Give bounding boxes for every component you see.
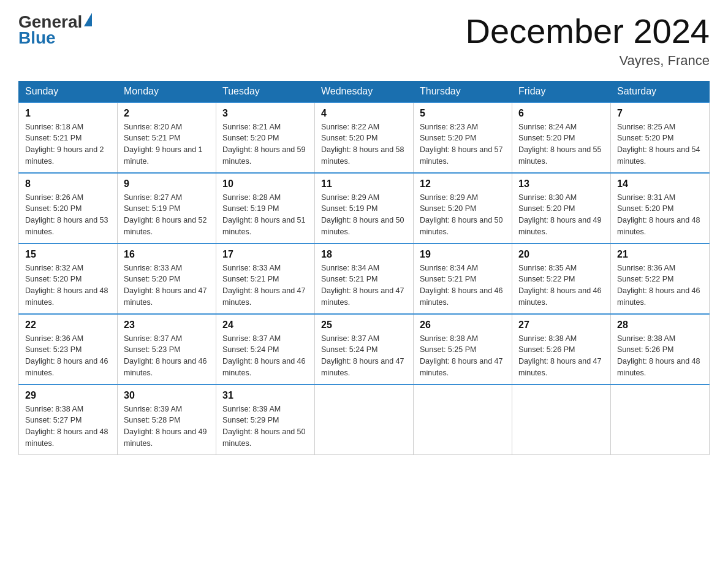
day-number: 28 bbox=[617, 320, 703, 331]
logo-triangle-icon bbox=[84, 13, 92, 26]
calendar-header-saturday: Saturday bbox=[611, 81, 710, 102]
calendar-cell: 2Sunrise: 8:20 AMSunset: 5:21 PMDaylight… bbox=[118, 102, 216, 173]
calendar-cell: 17Sunrise: 8:33 AMSunset: 5:21 PMDayligh… bbox=[216, 243, 315, 314]
calendar-cell: 6Sunrise: 8:24 AMSunset: 5:20 PMDaylight… bbox=[512, 102, 611, 173]
day-info: Sunrise: 8:32 AMSunset: 5:20 PMDaylight:… bbox=[25, 262, 111, 308]
calendar-header-thursday: Thursday bbox=[414, 81, 512, 102]
day-info: Sunrise: 8:38 AMSunset: 5:26 PMDaylight:… bbox=[617, 333, 703, 379]
calendar-cell: 10Sunrise: 8:28 AMSunset: 5:19 PMDayligh… bbox=[216, 173, 315, 243]
day-number: 5 bbox=[420, 108, 506, 119]
day-number: 1 bbox=[25, 108, 111, 119]
day-number: 9 bbox=[124, 178, 210, 190]
day-number: 7 bbox=[617, 108, 703, 119]
calendar-cell: 1Sunrise: 8:18 AMSunset: 5:21 PMDaylight… bbox=[19, 102, 118, 173]
calendar-header-monday: Monday bbox=[118, 81, 216, 102]
calendar-cell: 3Sunrise: 8:21 AMSunset: 5:20 PMDaylight… bbox=[216, 102, 315, 173]
day-info: Sunrise: 8:34 AMSunset: 5:21 PMDaylight:… bbox=[321, 262, 407, 308]
day-number: 13 bbox=[518, 178, 604, 190]
day-info: Sunrise: 8:33 AMSunset: 5:21 PMDaylight:… bbox=[222, 262, 308, 308]
day-info: Sunrise: 8:37 AMSunset: 5:24 PMDaylight:… bbox=[222, 333, 308, 379]
day-info: Sunrise: 8:35 AMSunset: 5:22 PMDaylight:… bbox=[518, 262, 604, 308]
day-number: 11 bbox=[321, 178, 407, 190]
calendar-cell: 26Sunrise: 8:38 AMSunset: 5:25 PMDayligh… bbox=[414, 314, 512, 385]
calendar-cell: 4Sunrise: 8:22 AMSunset: 5:20 PMDaylight… bbox=[315, 102, 414, 173]
calendar-cell: 16Sunrise: 8:33 AMSunset: 5:20 PMDayligh… bbox=[118, 243, 216, 314]
day-info: Sunrise: 8:20 AMSunset: 5:21 PMDaylight:… bbox=[124, 121, 210, 167]
calendar-cell: 15Sunrise: 8:32 AMSunset: 5:20 PMDayligh… bbox=[19, 243, 118, 314]
day-number: 15 bbox=[25, 249, 111, 260]
day-info: Sunrise: 8:31 AMSunset: 5:20 PMDaylight:… bbox=[617, 192, 703, 238]
calendar-cell: 28Sunrise: 8:38 AMSunset: 5:26 PMDayligh… bbox=[611, 314, 710, 385]
calendar-header-friday: Friday bbox=[512, 81, 611, 102]
day-info: Sunrise: 8:33 AMSunset: 5:20 PMDaylight:… bbox=[124, 262, 210, 308]
calendar-week-row: 8Sunrise: 8:26 AMSunset: 5:20 PMDaylight… bbox=[19, 173, 710, 243]
day-number: 3 bbox=[222, 108, 308, 119]
day-info: Sunrise: 8:24 AMSunset: 5:20 PMDaylight:… bbox=[518, 121, 604, 167]
calendar-cell: 22Sunrise: 8:36 AMSunset: 5:23 PMDayligh… bbox=[19, 314, 118, 385]
calendar-cell bbox=[414, 385, 512, 455]
calendar-cell: 7Sunrise: 8:25 AMSunset: 5:20 PMDaylight… bbox=[611, 102, 710, 173]
day-info: Sunrise: 8:38 AMSunset: 5:25 PMDaylight:… bbox=[420, 333, 506, 379]
calendar-cell: 25Sunrise: 8:37 AMSunset: 5:24 PMDayligh… bbox=[315, 314, 414, 385]
calendar-cell: 27Sunrise: 8:38 AMSunset: 5:26 PMDayligh… bbox=[512, 314, 611, 385]
calendar-cell bbox=[315, 385, 414, 455]
day-number: 6 bbox=[518, 108, 604, 119]
month-title: December 2024 bbox=[466, 12, 710, 50]
day-number: 25 bbox=[321, 320, 407, 331]
calendar-cell: 19Sunrise: 8:34 AMSunset: 5:21 PMDayligh… bbox=[414, 243, 512, 314]
day-number: 17 bbox=[222, 249, 308, 260]
day-info: Sunrise: 8:37 AMSunset: 5:24 PMDaylight:… bbox=[321, 333, 407, 379]
day-number: 24 bbox=[222, 320, 308, 331]
calendar-cell: 23Sunrise: 8:37 AMSunset: 5:23 PMDayligh… bbox=[118, 314, 216, 385]
day-info: Sunrise: 8:22 AMSunset: 5:20 PMDaylight:… bbox=[321, 121, 407, 167]
logo-blue-text: Blue bbox=[18, 28, 92, 48]
calendar-cell: 12Sunrise: 8:29 AMSunset: 5:20 PMDayligh… bbox=[414, 173, 512, 243]
day-number: 14 bbox=[617, 178, 703, 190]
day-number: 12 bbox=[420, 178, 506, 190]
calendar-week-row: 22Sunrise: 8:36 AMSunset: 5:23 PMDayligh… bbox=[19, 314, 710, 385]
day-number: 2 bbox=[124, 108, 210, 119]
calendar-cell bbox=[611, 385, 710, 455]
calendar-cell: 21Sunrise: 8:36 AMSunset: 5:22 PMDayligh… bbox=[611, 243, 710, 314]
day-number: 19 bbox=[420, 249, 506, 260]
day-info: Sunrise: 8:34 AMSunset: 5:21 PMDaylight:… bbox=[420, 262, 506, 308]
day-number: 30 bbox=[124, 390, 210, 401]
day-info: Sunrise: 8:39 AMSunset: 5:29 PMDaylight:… bbox=[222, 404, 308, 450]
calendar-header-tuesday: Tuesday bbox=[216, 81, 315, 102]
calendar-cell: 8Sunrise: 8:26 AMSunset: 5:20 PMDaylight… bbox=[19, 173, 118, 243]
calendar-cell: 29Sunrise: 8:38 AMSunset: 5:27 PMDayligh… bbox=[19, 385, 118, 455]
day-number: 10 bbox=[222, 178, 308, 190]
calendar-cell: 31Sunrise: 8:39 AMSunset: 5:29 PMDayligh… bbox=[216, 385, 315, 455]
day-number: 8 bbox=[25, 178, 111, 190]
day-info: Sunrise: 8:18 AMSunset: 5:21 PMDaylight:… bbox=[25, 121, 111, 167]
day-number: 29 bbox=[25, 390, 111, 401]
location-title: Vayres, France bbox=[466, 53, 710, 69]
day-number: 23 bbox=[124, 320, 210, 331]
day-number: 20 bbox=[518, 249, 604, 260]
calendar-week-row: 29Sunrise: 8:38 AMSunset: 5:27 PMDayligh… bbox=[19, 385, 710, 455]
calendar-cell: 14Sunrise: 8:31 AMSunset: 5:20 PMDayligh… bbox=[611, 173, 710, 243]
day-info: Sunrise: 8:38 AMSunset: 5:27 PMDaylight:… bbox=[25, 404, 111, 450]
calendar-week-row: 15Sunrise: 8:32 AMSunset: 5:20 PMDayligh… bbox=[19, 243, 710, 314]
calendar-header-sunday: Sunday bbox=[19, 81, 118, 102]
title-section: December 2024 Vayres, France bbox=[466, 12, 710, 69]
calendar-cell: 13Sunrise: 8:30 AMSunset: 5:20 PMDayligh… bbox=[512, 173, 611, 243]
day-number: 26 bbox=[420, 320, 506, 331]
calendar-header-wednesday: Wednesday bbox=[315, 81, 414, 102]
calendar-cell: 24Sunrise: 8:37 AMSunset: 5:24 PMDayligh… bbox=[216, 314, 315, 385]
day-number: 18 bbox=[321, 249, 407, 260]
day-info: Sunrise: 8:29 AMSunset: 5:19 PMDaylight:… bbox=[321, 192, 407, 238]
day-info: Sunrise: 8:29 AMSunset: 5:20 PMDaylight:… bbox=[420, 192, 506, 238]
day-info: Sunrise: 8:28 AMSunset: 5:19 PMDaylight:… bbox=[222, 192, 308, 238]
day-number: 4 bbox=[321, 108, 407, 119]
day-number: 22 bbox=[25, 320, 111, 331]
day-info: Sunrise: 8:27 AMSunset: 5:19 PMDaylight:… bbox=[124, 192, 210, 238]
day-number: 31 bbox=[222, 390, 308, 401]
day-info: Sunrise: 8:25 AMSunset: 5:20 PMDaylight:… bbox=[617, 121, 703, 167]
day-info: Sunrise: 8:39 AMSunset: 5:28 PMDaylight:… bbox=[124, 404, 210, 450]
day-info: Sunrise: 8:36 AMSunset: 5:23 PMDaylight:… bbox=[25, 333, 111, 379]
page-header: General Blue December 2024 Vayres, Franc… bbox=[18, 12, 710, 69]
calendar-cell: 9Sunrise: 8:27 AMSunset: 5:19 PMDaylight… bbox=[118, 173, 216, 243]
day-info: Sunrise: 8:38 AMSunset: 5:26 PMDaylight:… bbox=[518, 333, 604, 379]
calendar-cell: 20Sunrise: 8:35 AMSunset: 5:22 PMDayligh… bbox=[512, 243, 611, 314]
